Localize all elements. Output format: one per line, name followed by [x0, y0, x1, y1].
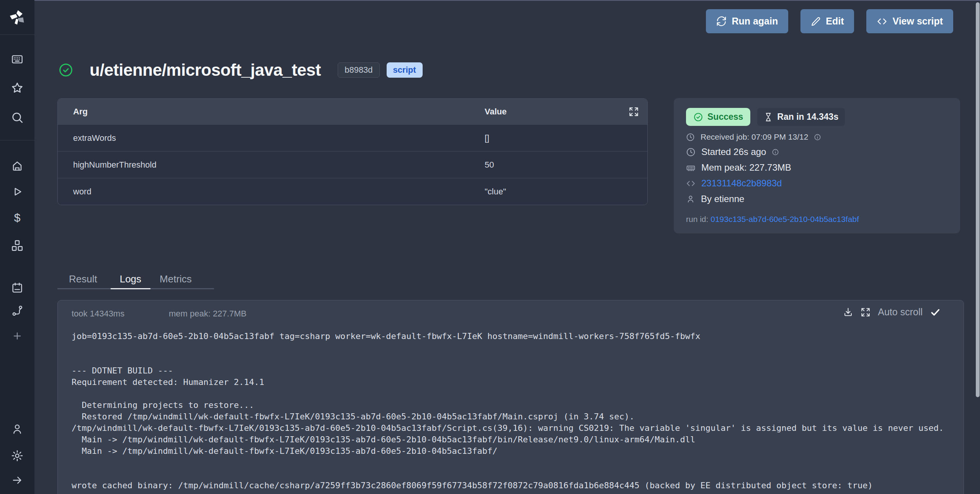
page-title: u/etienne/microsoft_java_test [90, 60, 321, 80]
settings-gear-icon[interactable] [11, 449, 24, 462]
run-id-line: run id: 0193c135-ab7d-60e5-2b10-04b5ac13… [686, 215, 948, 224]
mem-peak-label: mem peak: 227.7MB [169, 309, 247, 319]
table-row: word "clue" [58, 178, 647, 205]
app-window-icon[interactable] [11, 53, 23, 65]
top-hairline [0, 0, 980, 1]
tab-result[interactable]: Result [57, 270, 111, 289]
add-plus-icon[interactable] [11, 330, 23, 342]
runs-play-icon[interactable] [11, 186, 23, 198]
args-table: Arg Value extraWords [] highNumberThresh… [57, 98, 648, 205]
logs-header: took 14343ms mem peak: 227.7MB Auto scro… [58, 300, 964, 326]
by-text: By etienne [701, 194, 744, 204]
script-hash-link[interactable]: 23131148c2b8983d [701, 178, 782, 189]
run-id-label: run id: [686, 215, 708, 223]
job-run-page: $ [0, 0, 980, 494]
info-icon[interactable] [814, 134, 821, 141]
expand-logs-icon[interactable] [861, 307, 871, 317]
success-check-icon [58, 62, 74, 78]
code-icon [877, 16, 887, 27]
arg-value: "clue" [485, 187, 506, 197]
duration-label: Ran in 14.343s [777, 112, 838, 122]
by-line: By etienne [686, 194, 948, 204]
tab-metrics[interactable]: Metrics [150, 270, 214, 289]
table-row: extraWords [] [58, 124, 647, 151]
home-icon[interactable] [11, 160, 23, 172]
edit-button[interactable]: Edit [800, 9, 854, 33]
hash-badge: b8983d [338, 62, 379, 78]
run-id-link[interactable]: 0193c135-ab7d-60e5-2b10-04b5ac13fabf [710, 215, 859, 223]
schedules-calendar-icon[interactable] [11, 282, 23, 294]
search-icon[interactable] [11, 111, 24, 124]
user-icon [686, 194, 695, 204]
args-table-header: Arg Value [58, 99, 647, 124]
received-text: Received job: 07:09 PM 13/12 [701, 132, 808, 142]
arg-name: word [58, 187, 91, 197]
page-scrollbar[interactable] [976, 2, 980, 397]
auto-scroll-label: Auto scroll [878, 307, 923, 318]
logs-panel: took 14343ms mem peak: 227.7MB Auto scro… [57, 300, 964, 494]
script-hash-line: 23131148c2b8983d [686, 178, 948, 189]
flows-route-icon[interactable] [11, 305, 23, 317]
sidebar: $ [0, 0, 34, 494]
clock-icon [686, 133, 695, 142]
table-row: highNumberThreshold 50 [58, 151, 647, 178]
expand-args-icon[interactable] [629, 106, 639, 117]
code-icon [686, 179, 696, 188]
duration-chip: Ran in 14.343s [757, 108, 845, 126]
favorites-star-icon[interactable] [11, 82, 24, 95]
check-circle-icon [693, 112, 703, 122]
clock-icon [686, 147, 696, 157]
info-icon[interactable] [772, 148, 779, 156]
mem-peak-text: Mem peak: 227.73MB [701, 162, 791, 173]
received-line: Received job: 07:09 PM 13/12 [686, 132, 948, 142]
arg-name: highNumberThreshold [58, 160, 157, 170]
log-output[interactable]: job=0193c135-ab7d-60e5-2b10-04b5ac13fabf… [72, 331, 960, 494]
sidebar-divider [0, 34, 34, 35]
started-text: Started 26s ago [701, 147, 766, 157]
run-again-label: Run again [732, 16, 778, 27]
view-script-button[interactable]: View script [866, 9, 953, 33]
arg-value: 50 [485, 160, 494, 170]
resources-boxes-icon[interactable] [11, 239, 24, 252]
run-again-button[interactable]: Run again [706, 9, 788, 33]
download-logs-icon[interactable] [843, 307, 853, 317]
started-line: Started 26s ago [686, 147, 948, 157]
script-kind-badge: script [387, 62, 423, 78]
value-column-header: Value [485, 107, 506, 117]
arg-value: [] [485, 133, 489, 143]
status-badge: Success [686, 108, 750, 126]
status-panel: Success Ran in 14.343s Received job: 07:… [674, 98, 960, 233]
title-row: u/etienne/microsoft_java_test b8983d scr… [54, 60, 423, 80]
auto-scroll-checkbox[interactable] [930, 307, 941, 318]
windmill-logo[interactable] [8, 9, 26, 26]
hourglass-icon [764, 112, 773, 122]
view-script-label: View script [892, 16, 943, 27]
tab-logs[interactable]: Logs [111, 270, 150, 289]
variables-dollar-icon[interactable]: $ [14, 211, 21, 224]
arg-column-header: Arg [58, 107, 88, 117]
result-tabs: Result Logs Metrics [57, 270, 214, 289]
memory-icon [686, 163, 696, 173]
mem-peak-line: Mem peak: 227.73MB [686, 162, 948, 173]
pencil-icon [811, 16, 821, 26]
refresh-icon [716, 16, 727, 26]
sidebar-divider [0, 140, 34, 140]
status-label: Success [707, 112, 743, 122]
collapse-arrow-icon[interactable] [11, 474, 23, 486]
user-icon[interactable] [11, 423, 23, 435]
edit-label: Edit [826, 16, 844, 27]
action-buttons: Run again Edit View script [706, 9, 953, 33]
arg-name: extraWords [58, 133, 116, 143]
took-label: took 14343ms [72, 309, 124, 319]
